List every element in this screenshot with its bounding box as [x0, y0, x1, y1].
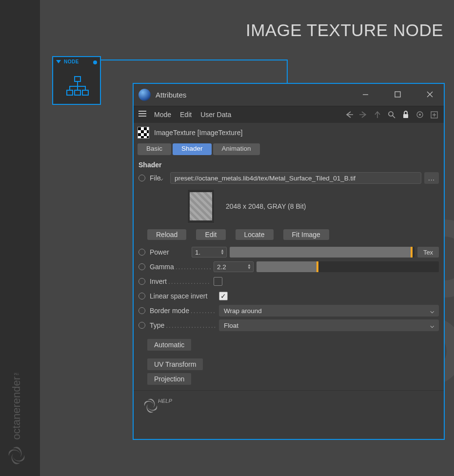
linear-label: Linear space invert	[150, 292, 216, 300]
menu-bar: Mode Edit User Data	[134, 106, 444, 123]
search-icon[interactable]	[387, 110, 396, 119]
attributes-panel: Attributes Mode Edit User Data ImageText…	[133, 83, 445, 440]
svg-rect-6	[403, 114, 408, 118]
gamma-label: Gamma	[150, 263, 211, 271]
type-port-radio[interactable]	[138, 322, 145, 329]
bordermode-select[interactable]: Wrap around⌵	[219, 305, 439, 317]
gamma-slider[interactable]	[257, 261, 439, 272]
tab-animation[interactable]: Animation	[213, 143, 260, 155]
fit-image-button[interactable]: Fit Image	[283, 229, 329, 240]
texture-info: 2048 x 2048, GRAY (8 Bit)	[219, 189, 439, 223]
menu-mode[interactable]: Mode	[154, 111, 171, 119]
node-type-label: ImageTexture [ImageTexture]	[154, 129, 242, 137]
power-slider[interactable]	[230, 247, 415, 258]
power-label: Power	[150, 248, 189, 256]
section-heading: Shader	[134, 157, 444, 171]
window-maximize-button[interactable]	[388, 91, 407, 99]
nav-back-icon[interactable]	[344, 110, 354, 119]
svg-rect-4	[395, 92, 400, 97]
file-path-field[interactable]: preset://octane_metals.lib4d/tex/Metal_S…	[170, 172, 421, 184]
chevron-down-icon[interactable]: ⌵	[159, 175, 163, 182]
brand-logo-icon	[4, 443, 29, 468]
svg-rect-1	[67, 90, 73, 95]
file-browse-button[interactable]: ...	[424, 172, 439, 184]
panel-title: Attributes	[156, 91, 186, 99]
svg-rect-0	[75, 77, 80, 81]
gamma-port-radio[interactable]	[138, 263, 145, 270]
tab-basic[interactable]: Basic	[138, 143, 171, 155]
type-label: Type	[150, 321, 216, 329]
menu-edit[interactable]: Edit	[180, 111, 192, 119]
window-minimize-button[interactable]	[356, 91, 375, 99]
power-tex-button[interactable]: Tex	[417, 247, 439, 258]
page-title: IMAGE TEXTURE NODE	[246, 20, 443, 40]
texture-thumbnail[interactable]	[187, 189, 215, 223]
linear-checkbox[interactable]: ✓	[219, 292, 228, 300]
node-tree-icon	[66, 76, 89, 96]
tab-shader[interactable]: Shader	[173, 143, 212, 155]
node-diagram-box: NODE	[52, 56, 101, 105]
node-status-dot	[93, 60, 97, 64]
svg-rect-3	[82, 90, 88, 95]
brand-name: octanerender™	[10, 370, 23, 440]
svg-rect-2	[75, 90, 80, 95]
menu-hamburger-icon[interactable]	[138, 109, 148, 120]
edit-button[interactable]: Edit	[196, 229, 225, 240]
gamma-spinner[interactable]: 2.2▲▼	[214, 261, 254, 272]
panel-titlebar: Attributes	[134, 84, 444, 106]
file-label: File	[150, 174, 168, 182]
svg-point-5	[389, 112, 393, 116]
chevron-down-icon: ⌵	[430, 321, 434, 329]
automatic-button[interactable]: Automatic	[147, 339, 191, 351]
connector-line	[287, 60, 288, 84]
node-label: NODE	[64, 59, 79, 64]
node-collapse-icon	[56, 60, 61, 63]
file-port-radio[interactable]	[138, 175, 145, 181]
power-spinner[interactable]: 1.▲▼	[192, 247, 227, 258]
type-select[interactable]: Float⌵	[219, 319, 439, 331]
app-icon	[138, 89, 151, 101]
bordermode-port-radio[interactable]	[138, 307, 145, 314]
window-close-button[interactable]	[420, 91, 439, 99]
power-port-radio[interactable]	[138, 249, 145, 256]
connector-line	[101, 60, 287, 60]
add-icon[interactable]	[429, 110, 439, 119]
svg-point-8	[419, 114, 421, 116]
nav-up-icon[interactable]	[373, 110, 382, 119]
uv-transform-button[interactable]: UV Transform	[147, 358, 203, 370]
nav-forward-icon[interactable]	[358, 110, 368, 119]
invert-checkbox[interactable]	[214, 277, 222, 286]
lock-icon[interactable]	[401, 110, 411, 119]
projection-button[interactable]: Projection	[147, 373, 191, 385]
invert-port-radio[interactable]	[138, 278, 145, 285]
bordermode-label: Border mode	[150, 307, 216, 315]
target-icon[interactable]	[415, 110, 425, 119]
menu-user-data[interactable]: User Data	[200, 111, 231, 119]
linear-port-radio[interactable]	[138, 293, 145, 299]
texture-checker-icon	[138, 127, 149, 139]
invert-label: Invert	[150, 278, 211, 285]
help-label: HELP	[158, 398, 172, 404]
locate-button[interactable]: Locate	[236, 229, 274, 240]
reload-button[interactable]: Reload	[147, 229, 186, 240]
chevron-down-icon: ⌵	[430, 307, 434, 315]
